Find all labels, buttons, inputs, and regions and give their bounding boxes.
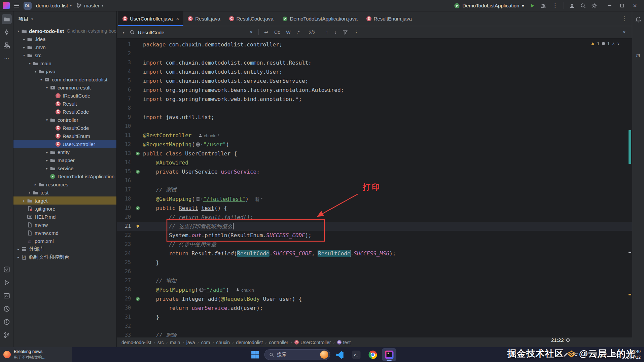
project-switcher[interactable]: demo-todo-list ▾ — [36, 3, 72, 8]
tool-maven-button[interactable]: m — [633, 50, 643, 60]
tree-chevron-icon[interactable]: ▸ — [44, 158, 50, 162]
words-toggle[interactable]: W — [283, 30, 293, 35]
tree-item-service[interactable]: ▸service — [13, 164, 116, 172]
breadcrumb-demo-todo-list[interactable]: demo-todo-list — [121, 340, 151, 345]
start-button[interactable] — [248, 348, 262, 361]
match-case-toggle[interactable]: Cc — [271, 30, 283, 35]
code-text[interactable] — [143, 267, 632, 276]
tree-item-.idea[interactable]: ▸.idea — [13, 35, 116, 43]
inspection-widget[interactable]: 1 1 ∧ ∨ — [591, 41, 620, 46]
tool-project-button[interactable] — [2, 14, 12, 24]
tree-item-ResultEnum[interactable]: EResultEnum — [13, 132, 116, 140]
tree-item-com.chuxin.demotodolist[interactable]: ▾com.chuxin.demotodolist — [13, 75, 116, 83]
tree-item-java[interactable]: ▾java — [13, 67, 116, 75]
code-text[interactable] — [143, 122, 632, 131]
branch-switcher[interactable]: master ▾ — [76, 3, 103, 9]
tree-item-resources[interactable]: ▸resources — [13, 180, 116, 188]
code-text[interactable]: import java.util.List; — [143, 113, 632, 122]
run-button[interactable] — [529, 3, 535, 9]
code-text[interactable]: import com.chuxin.demotodolist.common.re… — [143, 58, 632, 67]
settings-gear-icon[interactable] — [591, 3, 597, 9]
code-text[interactable]: @RequestMapping(▾"/user") — [143, 140, 632, 149]
breadcrumb-controller[interactable]: controller — [269, 340, 288, 345]
tool-history-button[interactable] — [2, 304, 12, 314]
code-text[interactable]: // 传参中使用常量 — [143, 240, 632, 249]
tree-chevron-icon[interactable]: ▾ — [15, 29, 21, 33]
next-match-icon[interactable]: ↓ — [331, 30, 339, 35]
editor-tab-UserController.java[interactable]: CUserController.java× — [118, 11, 183, 26]
code-text[interactable]: return Result.failed(ResultCode.SUCCESS_… — [143, 249, 632, 258]
code-text[interactable]: @RestController chuxin * — [143, 131, 632, 140]
tree-item-临时文件和控制台[interactable]: ▸临时文件和控制台 — [13, 253, 116, 261]
tab-options-icon[interactable]: ⋮ — [617, 15, 632, 22]
tool-structure-button[interactable] — [2, 40, 12, 50]
code-text[interactable]: public class UserController { — [143, 149, 632, 158]
tree-chevron-icon[interactable]: ▾ — [33, 70, 38, 73]
search-input[interactable]: ResultCode — [138, 30, 246, 35]
tree-chevron-icon[interactable]: ▸ — [27, 191, 33, 194]
tree-item-mvnw[interactable]: mvnw — [13, 221, 116, 229]
breadcrumb-demotodolist[interactable]: demotodolist — [236, 340, 262, 345]
code-text[interactable]: private UserService userService; — [143, 167, 632, 176]
gutter[interactable] — [132, 167, 143, 176]
code-text[interactable]: System.out.println(ResultEnum.SUCCESS_CO… — [143, 231, 632, 240]
breadcrumb-com[interactable]: com — [201, 340, 210, 345]
terminal-app-icon[interactable]: >_ — [349, 348, 363, 361]
tree-item-controller[interactable]: ▾controller — [13, 116, 116, 124]
tab-close-icon[interactable]: × — [176, 16, 179, 22]
editor-tab-ResultCode.java[interactable]: CResultCode.java — [225, 11, 278, 26]
code-text[interactable]: @PostMapping(▾"/add") chuxin — [143, 285, 632, 294]
code-text[interactable]: // 这里打印看能取到值么 — [143, 222, 632, 231]
editor-tab-ResultEnum.java[interactable]: EResultEnum.java — [362, 11, 416, 26]
close-button[interactable]: × — [629, 1, 641, 11]
tree-chevron-icon[interactable]: ▾ — [21, 53, 27, 57]
search-more-icon[interactable]: ⋮ — [351, 30, 362, 35]
next-problem-icon[interactable]: ∨ — [617, 41, 620, 46]
newline-icon[interactable]: ↩ — [261, 30, 271, 35]
tree-item-src[interactable]: ▾src — [13, 51, 116, 59]
breadcrumb-chuxin[interactable]: chuxin — [216, 340, 230, 345]
tree-chevron-icon[interactable]: ▸ — [15, 247, 21, 251]
editor-tab-DemoTodoListApplication.java[interactable]: DemoTodoListApplication.java — [278, 11, 362, 26]
gutter[interactable] — [132, 149, 143, 158]
code-text[interactable]: // 删除 — [143, 331, 632, 337]
tree-item-mvnw.cmd[interactable]: mvnw.cmd — [13, 229, 116, 237]
close-search-icon[interactable]: × — [623, 29, 629, 35]
tree-chevron-icon[interactable]: ▾ — [44, 118, 50, 122]
tree-chevron-icon[interactable]: ▸ — [21, 45, 27, 49]
breadcrumb-UserController[interactable]: CUserController — [294, 340, 331, 345]
tree-item-main[interactable]: ▾main — [13, 59, 116, 67]
tree-item-mapper[interactable]: ▸mapper — [13, 156, 116, 164]
tree-item-外部库[interactable]: ▸外部库 — [13, 245, 116, 253]
tool-commit-button[interactable] — [2, 27, 12, 37]
code-text[interactable] — [143, 104, 632, 113]
code-text[interactable]: private Integer add(@RequestBody User us… — [143, 294, 632, 303]
search-everywhere-icon[interactable] — [580, 3, 586, 9]
previous-match-icon[interactable]: ↑ — [323, 30, 331, 35]
gutter[interactable] — [132, 222, 143, 231]
tree-item-IResultCode[interactable]: IIResultCode — [13, 92, 116, 100]
code-text[interactable]: import org.springframework.beans.factory… — [143, 85, 632, 95]
regex-toggle[interactable]: .* — [293, 30, 302, 35]
tree-chevron-icon[interactable]: ▾ — [44, 86, 50, 89]
error-stripe[interactable] — [628, 39, 632, 337]
code-text[interactable]: import com.chuxin.demotodolist.entity.Us… — [143, 67, 632, 76]
project-panel-header[interactable]: 项目 ▾ — [13, 11, 116, 26]
filter-icon[interactable] — [343, 30, 348, 35]
code-text[interactable]: return userService.add(user); — [143, 303, 632, 313]
inlay-chevron-icon[interactable]: ▾ — [201, 197, 203, 201]
tree-item-entity[interactable]: ▸entity — [13, 148, 116, 156]
breadcrumb-java[interactable]: java — [186, 340, 195, 345]
code-text[interactable]: // return Result.failed(); — [143, 213, 632, 222]
code-text[interactable]: } — [143, 258, 632, 267]
news-toast[interactable]: Breaking news 男子不挣钱致购... — [0, 347, 72, 362]
gutter[interactable] — [132, 294, 143, 303]
code-text[interactable] — [143, 322, 632, 331]
code-text[interactable]: public Result test() { — [143, 204, 632, 213]
tree-item-common.result[interactable]: ▾common.result — [13, 83, 116, 92]
tree-chevron-icon[interactable]: ▸ — [44, 150, 50, 154]
tree-chevron-icon[interactable]: ▸ — [33, 183, 38, 186]
tool-more-tools-button[interactable]: ⋯ — [2, 53, 12, 64]
code-text[interactable] — [143, 176, 632, 185]
tree-item-.mvn[interactable]: ▸.mvn — [13, 43, 116, 51]
